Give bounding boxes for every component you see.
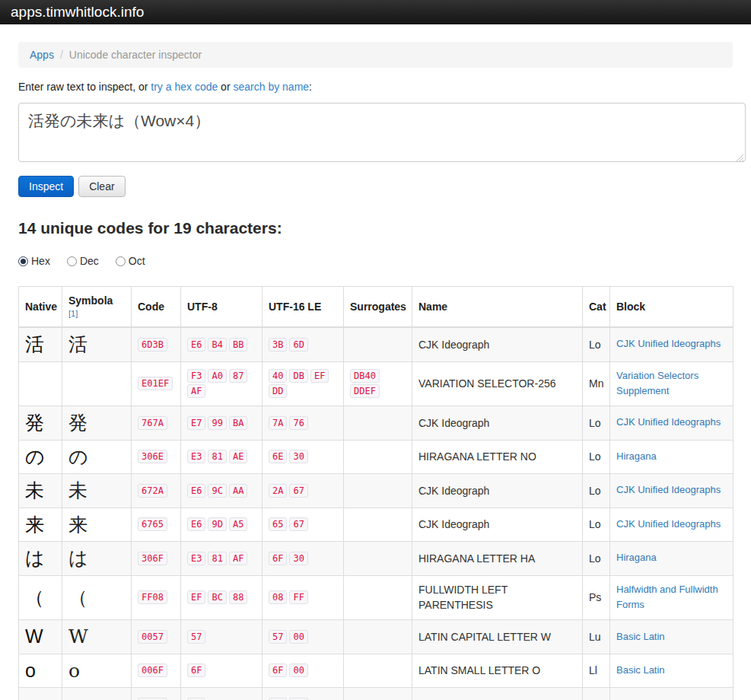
clear-button[interactable]: Clear [78, 176, 125, 197]
inspect-button[interactable]: Inspect [18, 176, 74, 197]
block-cell: CJK Unified Ideographs [610, 406, 733, 441]
category-cell: Ll [583, 654, 610, 688]
radio-oct-icon[interactable] [116, 256, 126, 266]
category-cell: Lo [583, 474, 610, 508]
breadcrumb: Apps / Unicode character inspector [18, 42, 733, 68]
hex-badge: EF [187, 590, 205, 604]
block-link[interactable]: Hiragana [616, 450, 657, 462]
block-link[interactable]: Variation Selectors Supplement [616, 370, 698, 397]
utf8-cell: E799BA [181, 406, 263, 441]
site-brand-link[interactable]: apps.timwhitlock.info [0, 4, 154, 21]
radio-hex[interactable]: Hex [18, 255, 50, 267]
utf8-cell: EFBC88 [181, 575, 263, 620]
block-link[interactable]: CJK Unified Ideographs [616, 416, 721, 428]
hex-badge: 6F [269, 663, 287, 677]
category-cell: Lo [583, 542, 610, 576]
hex-badge: DDEF [350, 384, 380, 398]
utf16-cell: 2A67 [263, 474, 344, 508]
hex-code-link[interactable]: try a hex code [151, 81, 218, 93]
surrogates-cell: DB40DDEF [344, 361, 412, 406]
name-cell: FULLWIDTH LEFT PARENTHESIS [412, 575, 583, 620]
block-link[interactable]: CJK Unified Ideographs [616, 484, 721, 495]
table-row: 発 発 767A E799BA 7A76 CJK Ideograph Lo CJ… [19, 406, 733, 441]
hex-badge: 306F [138, 552, 167, 565]
block-cell: CJK Unified Ideographs [610, 508, 733, 542]
hex-badge: DB [289, 369, 307, 383]
search-by-name-link[interactable]: search by name [233, 81, 309, 93]
intro-suffix: : [309, 81, 312, 93]
surrogates-cell [344, 440, 412, 474]
block-link[interactable]: Halfwidth and Fullwidth Forms [616, 584, 718, 611]
symbola-char: o [62, 654, 132, 688]
native-char: 発 [19, 406, 62, 441]
hex-badge: 76 [289, 416, 307, 430]
utf16-cell: 6F00 [263, 654, 344, 688]
name-cell: VARIATION SELECTOR-256 [412, 361, 583, 406]
hex-badge: 9D [208, 517, 226, 531]
hex-badge: FF [289, 590, 307, 604]
native-char: o [19, 654, 62, 688]
hex-badge: 40 [269, 369, 287, 383]
code-cell: 767A [132, 406, 181, 441]
hex-badge: 00 [289, 630, 307, 644]
utf16-cell: 6E30 [263, 440, 344, 474]
hex-badge: 00 [289, 663, 307, 677]
code-cell: 0057 [132, 620, 181, 654]
block-link[interactable]: Basic Latin [616, 664, 665, 676]
symbola-char: （ [62, 575, 132, 620]
hex-badge: 65 [269, 517, 287, 531]
hex-badge: 672A [138, 484, 167, 498]
utf8-cell: 57 [181, 620, 263, 654]
block-link[interactable]: Basic Latin [616, 631, 665, 642]
hex-badge: BA [229, 416, 247, 430]
block-link[interactable]: CJK Unified Ideographs [616, 338, 721, 349]
hex-badge: 30 [289, 450, 307, 463]
surrogates-cell [344, 542, 412, 576]
radio-hex-icon[interactable] [18, 256, 28, 266]
raw-text-input[interactable]: 活発の未来は（Wow×4） [18, 103, 746, 162]
hex-badge: BB [229, 338, 247, 352]
symbola-footnote-link[interactable]: [1] [68, 309, 78, 318]
table-row: 活 活 6D3B E6B4BB 3B6D CJK Ideograph Lo CJ… [19, 327, 733, 361]
native-char: （ [19, 575, 62, 620]
hex-badge: DD [269, 384, 287, 398]
hex-badge: 88 [229, 590, 247, 604]
symbola-char: の [62, 440, 132, 474]
hex-badge: 99 [208, 416, 226, 430]
code-cell: 672A [132, 474, 181, 508]
hex-badge: FF08 [138, 590, 167, 604]
hex-badge: 7A [269, 416, 287, 430]
hex-badge: 6765 [138, 517, 167, 531]
block-cell: CJK Unified Ideographs [610, 474, 733, 508]
breadcrumb-current: Unicode character inspector [69, 49, 202, 61]
code-cell: 006F [132, 654, 181, 688]
hex-badge: 67 [289, 517, 307, 531]
hex-badge: DB40 [350, 369, 380, 383]
breadcrumb-apps-link[interactable]: Apps [30, 49, 54, 61]
code-cell: 306E [132, 440, 181, 474]
utf8-cell: E6B4BB [181, 327, 263, 361]
hex-badge: E3 [187, 450, 205, 463]
block-link[interactable]: Hiragana [616, 552, 657, 563]
page-container: Apps / Unicode character inspector Enter… [18, 42, 733, 700]
radio-dec-icon[interactable] [67, 256, 77, 266]
hex-badge: E01EF [138, 377, 173, 390]
radio-oct[interactable]: Oct [116, 255, 145, 267]
hex-badge: 767A [138, 416, 167, 430]
hex-badge: 81 [208, 552, 226, 565]
block-cell: Halfwidth and Fullwidth Forms [610, 575, 733, 620]
symbola-char: 来 [62, 508, 132, 542]
block-link[interactable]: CJK Unified Ideographs [616, 518, 721, 530]
radio-dec[interactable]: Dec [67, 255, 99, 267]
intro-text: Enter raw text to inspect, or try a hex … [18, 81, 733, 93]
surrogates-cell [344, 327, 412, 361]
hex-badge: AF [229, 552, 247, 565]
header-name: Name [412, 287, 583, 328]
hex-badge: 6F [269, 552, 287, 565]
hex-badge: AF [187, 384, 205, 398]
table-row: は は 306F E381AF 6F30 HIRAGANA LETTER HA … [19, 542, 733, 576]
hex-badge: EF [310, 369, 329, 383]
hex-badge: 87 [229, 369, 247, 383]
category-cell: Lo [583, 440, 610, 474]
hex-badge: E3 [187, 552, 205, 565]
